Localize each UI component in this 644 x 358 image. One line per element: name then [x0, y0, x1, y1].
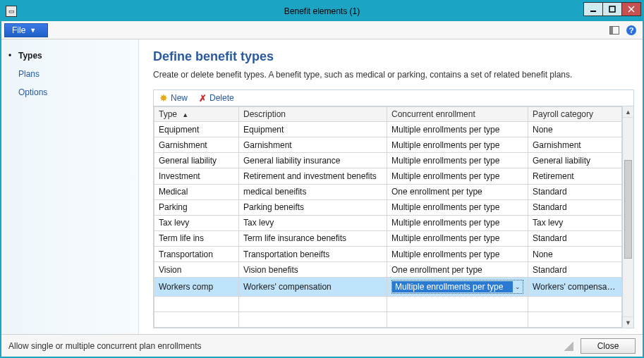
cell-concurrent[interactable]: Multiple enrollments per type: [387, 215, 528, 230]
cell-type[interactable]: Tax levy: [154, 215, 239, 230]
cell-payroll[interactable]: Standard: [528, 230, 622, 246]
col-header-concurrent[interactable]: Concurrent enrollment: [387, 107, 528, 122]
titlebar: ▭ Benefit elements (1): [1, 1, 643, 21]
cell-payroll[interactable]: Tax levy: [528, 215, 622, 230]
cell-description[interactable]: Term life insurance benefits: [239, 230, 387, 246]
scroll-down-icon[interactable]: ▼: [623, 316, 633, 328]
cell-concurrent[interactable]: One enrollment per type: [387, 184, 528, 199]
cell-concurrent[interactable]: Multiple enrollments per type: [387, 122, 528, 137]
cell-description[interactable]: Equipment: [239, 122, 387, 137]
window-controls: [584, 2, 641, 16]
cell-concurrent[interactable]: Multiple enrollments per type: [387, 199, 528, 215]
cell-description[interactable]: Transportation beneifts: [239, 247, 387, 262]
col-header-type[interactable]: Type ▲: [154, 107, 239, 122]
sidebar-item-types[interactable]: Types: [1, 47, 138, 65]
cell-type[interactable]: Workers comp: [154, 278, 239, 296]
close-button[interactable]: Close: [581, 338, 636, 354]
table-row[interactable]: EquipmentEquipmentMultiple enrollments p…: [154, 122, 622, 137]
table-row[interactable]: Term life insTerm life insurance benefit…: [154, 230, 622, 246]
file-menu-label: File: [12, 25, 25, 35]
cell-concurrent[interactable]: Multiple enrollments per type: [387, 168, 528, 184]
window-close-button[interactable]: [621, 2, 641, 16]
scroll-up-icon[interactable]: ▲: [623, 106, 633, 118]
cell-payroll[interactable]: None: [528, 247, 622, 262]
col-header-payroll[interactable]: Payroll category: [528, 107, 622, 122]
cell-type[interactable]: Vision: [154, 262, 239, 278]
table-row[interactable]: Tax levyTax levyMultiple enrollments per…: [154, 215, 622, 230]
table-row[interactable]: Workers compWorkers' compensationMultipl…: [154, 278, 622, 296]
cell-description[interactable]: medical beneifits: [239, 184, 387, 199]
cell-description[interactable]: Vision benefits: [239, 262, 387, 278]
cell-type[interactable]: Parking: [154, 199, 239, 215]
table-row-empty: [154, 296, 622, 311]
cell-type[interactable]: Transportation: [154, 247, 239, 262]
cell-payroll[interactable]: Workers' compensation: [528, 278, 622, 296]
cell-type[interactable]: General liability: [154, 153, 239, 168]
cell-type[interactable]: Medical: [154, 184, 239, 199]
maximize-button[interactable]: [602, 2, 622, 16]
layout-button[interactable]: [609, 25, 620, 36]
cell-description[interactable]: Workers' compensation: [239, 278, 387, 296]
scroll-thumb[interactable]: [624, 160, 632, 259]
table-row[interactable]: TransportationTransportation beneiftsMul…: [154, 247, 622, 262]
cell-description[interactable]: Retirement and investment benefits: [239, 168, 387, 184]
benefit-types-grid: Type ▲ Description Concurrent enrollment…: [154, 106, 622, 328]
svg-rect-1: [609, 6, 615, 12]
select-value: Multiple enrollments per type: [392, 281, 513, 292]
cell-description[interactable]: Tax levy: [239, 215, 387, 230]
table-row[interactable]: General liabilityGeneral liability insur…: [154, 153, 622, 168]
new-button-label: New: [171, 93, 188, 103]
cell-payroll[interactable]: General liability: [528, 153, 622, 168]
page-title: Define benefit types: [153, 49, 634, 64]
resize-grip-icon[interactable]: [564, 341, 573, 351]
file-menu-button[interactable]: File ▼: [4, 23, 48, 37]
cell-type[interactable]: Investment: [154, 168, 239, 184]
delete-button[interactable]: ✗ Delete: [199, 93, 234, 103]
chevron-down-icon[interactable]: ⌄: [513, 283, 523, 290]
cell-payroll[interactable]: Standard: [528, 262, 622, 278]
cell-concurrent[interactable]: Multiple enrollments per type: [387, 137, 528, 153]
new-button[interactable]: ✸ New: [159, 93, 188, 103]
cell-payroll[interactable]: Retirement: [528, 168, 622, 184]
cell-concurrent[interactable]: Multiple enrollments per type: [387, 153, 528, 168]
grid-header-row: Type ▲ Description Concurrent enrollment…: [154, 107, 622, 122]
cell-description[interactable]: General liability insurance: [239, 153, 387, 168]
window: ▭ Benefit elements (1) File ▼ ?: [0, 0, 644, 358]
cell-description[interactable]: Parking beneifts: [239, 199, 387, 215]
cell-payroll[interactable]: Standard: [528, 184, 622, 199]
status-text: Allow single or multiple concurrent plan…: [8, 341, 557, 351]
sidebar-item-label: Options: [18, 87, 47, 97]
sidebar-item-options[interactable]: Options: [1, 83, 138, 101]
concurrent-enrollment-select[interactable]: Multiple enrollments per type⌄: [391, 280, 523, 293]
table-row[interactable]: VisionVision benefitsOne enrollment per …: [154, 262, 622, 278]
body: Types Plans Options Define benefit types…: [1, 39, 643, 334]
table-row[interactable]: GarnishmentGarnishmentMultiple enrollmen…: [154, 137, 622, 153]
vertical-scrollbar[interactable]: ▲ ▼: [622, 106, 633, 328]
cell-concurrent[interactable]: Multiple enrollments per type: [387, 230, 528, 246]
table-row[interactable]: InvestmentRetirement and investment bene…: [154, 168, 622, 184]
cell-concurrent[interactable]: Multiple enrollments per type: [387, 247, 528, 262]
cell-payroll[interactable]: Garnishment: [528, 137, 622, 153]
page-description: Create or delete benefit types. A benefi…: [153, 70, 634, 80]
table-row[interactable]: ParkingParking beneiftsMultiple enrollme…: [154, 199, 622, 215]
sidebar-item-plans[interactable]: Plans: [1, 65, 138, 83]
cell-payroll[interactable]: Standard: [528, 199, 622, 215]
cell-type[interactable]: Equipment: [154, 122, 239, 137]
cell-type[interactable]: Term life ins: [154, 230, 239, 246]
scroll-track[interactable]: [623, 118, 633, 316]
help-button[interactable]: ?: [626, 25, 637, 36]
table-row-empty: [154, 311, 622, 327]
grid-scroll: Type ▲ Description Concurrent enrollment…: [154, 106, 633, 328]
cell-concurrent[interactable]: One enrollment per type: [387, 262, 528, 278]
close-button-label: Close: [597, 341, 619, 351]
grid-panel: ✸ New ✗ Delete: [153, 90, 634, 328]
sort-asc-icon: ▲: [182, 111, 188, 118]
footer: Allow single or multiple concurrent plan…: [1, 334, 643, 357]
cell-type[interactable]: Garnishment: [154, 137, 239, 153]
cell-description[interactable]: Garnishment: [239, 137, 387, 153]
col-header-description[interactable]: Description: [239, 107, 387, 122]
minimize-button[interactable]: [583, 2, 603, 16]
cell-payroll[interactable]: None: [528, 122, 622, 137]
cell-concurrent[interactable]: Multiple enrollments per type⌄: [387, 278, 528, 296]
table-row[interactable]: Medicalmedical beneifitsOne enrollment p…: [154, 184, 622, 199]
